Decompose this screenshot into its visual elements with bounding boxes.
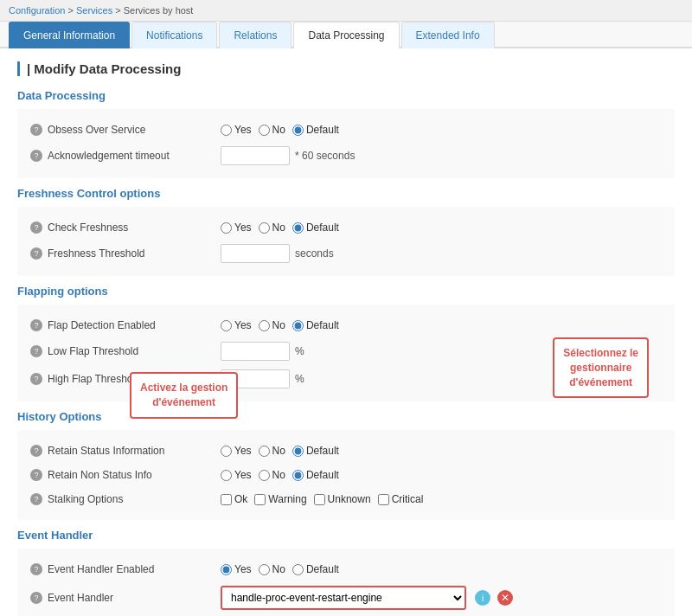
radio-freshness-no[interactable]: No bbox=[259, 221, 285, 234]
input-ack-timeout[interactable] bbox=[221, 146, 290, 165]
row-retain-status: ? Retain Status Information Yes No Defau… bbox=[30, 439, 662, 463]
radio-retain-status-default[interactable]: Default bbox=[292, 445, 339, 457]
radio-event-handler-default[interactable]: Default bbox=[292, 563, 339, 575]
control-stalking: Ok Warning Unknown Critical bbox=[221, 493, 423, 505]
control-freshness-threshold: seconds bbox=[221, 244, 334, 263]
control-event-handler: handle-proc-event-restart-engine i ✕ bbox=[221, 586, 513, 610]
help-icon-flap[interactable]: ? bbox=[30, 319, 42, 331]
radio-obsess-default[interactable]: Default bbox=[292, 124, 339, 136]
control-retain-non-status: Yes No Default bbox=[221, 469, 339, 481]
breadcrumb-configuration[interactable]: Configuration bbox=[9, 5, 65, 16]
radio-event-handler-yes[interactable]: Yes bbox=[221, 563, 252, 575]
help-icon-retain-status[interactable]: ? bbox=[30, 445, 42, 457]
annotation-right: Sélectionnez legestionnaired'événement bbox=[553, 337, 649, 398]
radio-flap-default[interactable]: Default bbox=[292, 319, 339, 331]
label-event-handler: ? Event Handler bbox=[30, 592, 221, 604]
section-event-handler: ? Event Handler Enabled Yes No Default ?… bbox=[17, 549, 675, 616]
label-retain-status: ? Retain Status Information bbox=[30, 445, 221, 457]
help-icon-freshness[interactable]: ? bbox=[30, 221, 42, 234]
input-freshness-threshold[interactable] bbox=[221, 244, 290, 263]
radio-event-handler-no[interactable]: No bbox=[259, 563, 285, 575]
tab-relations[interactable]: Relations bbox=[219, 22, 292, 48]
checkbox-stalking-warning[interactable]: Warning bbox=[254, 493, 306, 505]
row-obsess: ? Obsess Over Service Yes No Default bbox=[30, 118, 662, 142]
unit-ack-timeout: * 60 seconds bbox=[295, 150, 355, 162]
tabs-bar: General Information Notifications Relati… bbox=[0, 22, 692, 48]
section-title-event-handler: Event Handler bbox=[17, 529, 675, 542]
handler-select-wrapper: handle-proc-event-restart-engine bbox=[221, 586, 466, 610]
section-title-history: History Options bbox=[17, 410, 675, 423]
row-retain-non-status: ? Retain Non Status Info Yes No Default bbox=[30, 463, 662, 487]
unit-low-flap: % bbox=[295, 345, 304, 357]
radio-retain-non-status-yes[interactable]: Yes bbox=[221, 469, 252, 481]
label-flap-detection: ? Flap Detection Enabled bbox=[30, 319, 221, 331]
control-low-flap: % bbox=[221, 342, 304, 361]
radio-retain-status-no[interactable]: No bbox=[259, 445, 285, 457]
tab-data-processing[interactable]: Data Processing bbox=[293, 22, 399, 48]
input-low-flap[interactable] bbox=[221, 342, 290, 361]
radio-obsess-no[interactable]: No bbox=[259, 124, 285, 136]
control-check-freshness: Yes No Default bbox=[221, 221, 339, 234]
label-low-flap: ? Low Flap Threshold bbox=[30, 345, 221, 357]
remove-icon[interactable]: ✕ bbox=[497, 590, 513, 606]
control-obsess: Yes No Default bbox=[221, 124, 339, 136]
page-title: | Modify Data Processing bbox=[17, 61, 675, 76]
section-title-freshness: Freshness Control options bbox=[17, 187, 675, 200]
help-icon-ack[interactable]: ? bbox=[30, 150, 42, 162]
checkbox-stalking-unknown[interactable]: Unknown bbox=[314, 493, 371, 505]
row-event-handler-enabled: ? Event Handler Enabled Yes No Default bbox=[30, 557, 662, 581]
help-icon-stalking[interactable]: ? bbox=[30, 493, 42, 505]
radio-freshness-yes[interactable]: Yes bbox=[221, 221, 252, 234]
label-ack-timeout: ? Acknowledgement timeout bbox=[30, 150, 221, 162]
info-icon[interactable]: i bbox=[475, 590, 490, 606]
section-data-processing: ? Obsess Over Service Yes No Default ? A… bbox=[17, 109, 675, 178]
section-freshness: ? Check Freshness Yes No Default ? Fresh… bbox=[17, 207, 675, 276]
tab-general-information[interactable]: General Information bbox=[9, 22, 130, 48]
row-stalking: ? Stalking Options Ok Warning Unknown Cr… bbox=[30, 487, 662, 511]
tab-notifications[interactable]: Notifications bbox=[131, 22, 217, 48]
help-icon-retain-non-status[interactable]: ? bbox=[30, 469, 42, 481]
label-event-handler-enabled: ? Event Handler Enabled bbox=[30, 563, 221, 575]
help-icon-low-flap[interactable]: ? bbox=[30, 345, 42, 357]
row-ack-timeout: ? Acknowledgement timeout * 60 seconds bbox=[30, 142, 662, 170]
checkbox-stalking-critical[interactable]: Critical bbox=[378, 493, 424, 505]
main-content: | Modify Data Processing Data Processing… bbox=[0, 48, 692, 616]
row-flap-detection: ? Flap Detection Enabled Yes No Default bbox=[30, 313, 662, 337]
label-retain-non-status: ? Retain Non Status Info bbox=[30, 469, 221, 481]
help-icon-event-handler-enabled[interactable]: ? bbox=[30, 563, 42, 575]
section-title-data-processing: Data Processing bbox=[17, 89, 675, 102]
breadcrumb-services[interactable]: Services bbox=[76, 5, 112, 16]
section-title-flapping: Flapping options bbox=[17, 285, 675, 298]
row-check-freshness: ? Check Freshness Yes No Default bbox=[30, 215, 662, 240]
section-history: ? Retain Status Information Yes No Defau… bbox=[17, 430, 675, 520]
breadcrumb: Configuration > Services > Services by h… bbox=[0, 0, 692, 22]
control-ack-timeout: * 60 seconds bbox=[221, 146, 355, 165]
checkbox-stalking-ok[interactable]: Ok bbox=[221, 493, 247, 505]
help-icon-obsess[interactable]: ? bbox=[30, 124, 42, 136]
unit-freshness: seconds bbox=[295, 247, 334, 260]
unit-high-flap: % bbox=[295, 373, 304, 385]
control-retain-status: Yes No Default bbox=[221, 445, 339, 457]
select-event-handler[interactable]: handle-proc-event-restart-engine bbox=[222, 587, 465, 608]
label-stalking: ? Stalking Options bbox=[30, 493, 221, 505]
label-check-freshness: ? Check Freshness bbox=[30, 221, 221, 234]
row-freshness-threshold: ? Freshness Threshold seconds bbox=[30, 240, 662, 267]
radio-freshness-default[interactable]: Default bbox=[292, 221, 339, 234]
radio-flap-yes[interactable]: Yes bbox=[221, 319, 252, 331]
row-event-handler: ? Event Handler handle-proc-event-restar… bbox=[30, 581, 662, 614]
help-icon-freshness-threshold[interactable]: ? bbox=[30, 247, 42, 260]
help-icon-event-handler[interactable]: ? bbox=[30, 592, 42, 604]
radio-retain-status-yes[interactable]: Yes bbox=[221, 445, 252, 457]
annotation-left: Activez la gestiond'événement bbox=[130, 372, 238, 419]
label-freshness-threshold: ? Freshness Threshold bbox=[30, 247, 221, 260]
radio-retain-non-status-default[interactable]: Default bbox=[292, 469, 339, 481]
radio-obsess-yes[interactable]: Yes bbox=[221, 124, 252, 136]
radio-flap-no[interactable]: No bbox=[259, 319, 285, 331]
radio-retain-non-status-no[interactable]: No bbox=[259, 469, 285, 481]
control-flap-detection: Yes No Default bbox=[221, 319, 339, 331]
tab-extended-info[interactable]: Extended Info bbox=[401, 22, 495, 48]
breadcrumb-current: Services by host bbox=[124, 5, 194, 16]
control-event-handler-enabled: Yes No Default bbox=[221, 563, 339, 575]
help-icon-high-flap[interactable]: ? bbox=[30, 373, 42, 385]
label-obsess: ? Obsess Over Service bbox=[30, 124, 221, 136]
